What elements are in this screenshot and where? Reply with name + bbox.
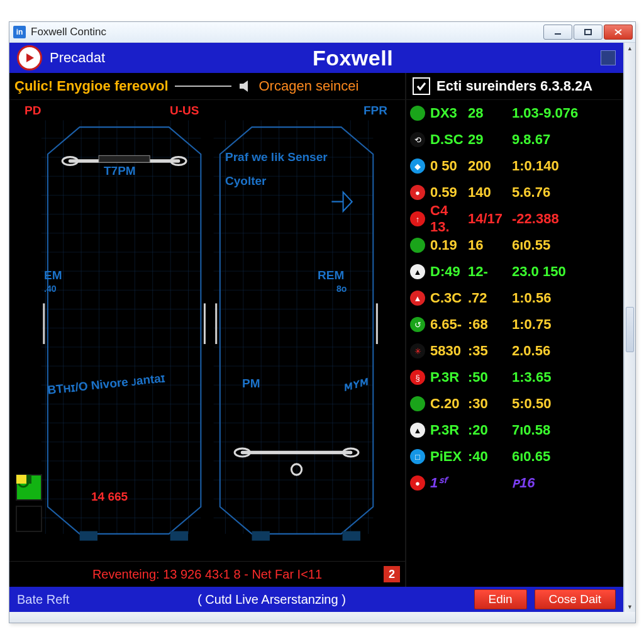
minimize-button[interactable]: [543, 25, 572, 40]
data-row[interactable]: 0.19166ı0.55: [406, 232, 623, 258]
data-row[interactable]: ◆0 502001:0.140: [406, 153, 623, 179]
row-c1: P.3R: [430, 422, 468, 438]
maximize-button[interactable]: [574, 25, 602, 40]
row-icon: ↑: [410, 211, 425, 226]
row-c3: 9.8.67: [512, 131, 619, 148]
svg-rect-24: [343, 531, 360, 541]
status-text: Reventeing: 13 926 43‹1 8 - Net Far I<11: [92, 567, 322, 582]
row-c1: P.3R: [430, 369, 468, 386]
horizontal-scrollbar[interactable]: [9, 612, 635, 623]
row-c3: 1:3.65: [512, 369, 619, 386]
row-c1: C.3C: [430, 290, 468, 306]
row-c2: :50: [468, 369, 512, 386]
row-c2: 29: [468, 131, 512, 148]
row-icon: ⟲: [410, 132, 425, 147]
data-row[interactable]: ●1ˢᶠᴘ16: [406, 470, 623, 496]
label-t7pm: T7PM: [104, 164, 136, 178]
row-c3: 6ı0.65: [512, 448, 619, 465]
row-c2: :30: [468, 396, 512, 412]
row-icon: ▲: [410, 264, 425, 279]
data-row[interactable]: ▲D:4912-23.0 150: [406, 258, 623, 285]
data-row[interactable]: ↑C4 13.14/17-22.388: [406, 206, 623, 232]
row-icon: [410, 238, 425, 253]
data-row[interactable]: DX3281.03-9.076: [406, 100, 623, 126]
svg-rect-7: [42, 120, 201, 534]
side-icon-stack: [16, 474, 42, 532]
svg-rect-26: [16, 475, 26, 484]
data-row[interactable]: ✳5830:352.0.56: [406, 338, 623, 364]
warning-bar: Çulic! Enygioe fereovol Orcagen seincei: [9, 73, 405, 100]
row-icon: ↺: [410, 317, 425, 332]
data-row[interactable]: ↺6.65-:681:0.75: [406, 311, 623, 338]
brand-logo: Foxwell: [105, 46, 601, 70]
row-c1: DX3: [430, 105, 468, 121]
row-c3: 5.6.76: [512, 184, 619, 201]
diagram-canvas[interactable]: PD U-US FPR T7PM Praf we lik Senser Cyol…: [9, 100, 405, 561]
warning-left-text: Çulic! Enygioe fereovol: [14, 78, 169, 94]
row-c3: 23.0 150: [512, 264, 619, 280]
label-pd: PD: [25, 104, 41, 118]
sidebar-list[interactable]: DX3281.03-9.076⟲D.SC299.8.67◆0 502001:0.…: [406, 100, 623, 587]
work-area: Çulic! Enygioe fereovol Orcagen seincei: [9, 73, 623, 587]
row-c2: :35: [468, 343, 512, 359]
row-c2: :68: [468, 316, 512, 333]
data-row[interactable]: C.20:305:0.50: [406, 391, 623, 417]
row-c3: 7ı0.58: [512, 422, 619, 438]
row-c3: ᴘ16: [512, 475, 619, 491]
sidebar-header[interactable]: Ecti sureinders 6.3.8.2A: [406, 73, 623, 100]
row-c1: 6.65-: [430, 316, 468, 333]
data-row[interactable]: □PiEX:406ı0.65: [406, 443, 623, 470]
app-window: in Foxwell Continc: [9, 21, 636, 623]
status-badge: 2: [384, 566, 400, 582]
row-c2: 12-: [468, 264, 512, 280]
row-c1: PiEX: [430, 448, 468, 465]
row-c2: :40: [468, 448, 512, 465]
label-bottom-num: 14 665: [91, 490, 128, 504]
row-icon: ●: [410, 185, 425, 200]
close-button[interactable]: [604, 25, 633, 40]
row-c1: C.20: [430, 396, 468, 412]
label-uus: U-US: [170, 104, 199, 118]
label-em-sub: .40: [44, 284, 56, 294]
status-bar: Reventeing: 13 926 43‹1 8 - Net Far I<11…: [9, 561, 405, 587]
footer-bar: Bate Reft ( Cutd Live Arserstanzing ) Ed…: [9, 587, 623, 612]
scroll-down-icon[interactable]: ▼: [625, 601, 635, 612]
svg-rect-11: [99, 155, 150, 162]
data-row[interactable]: ●0.591405.6.76: [406, 179, 623, 206]
row-icon: □: [410, 449, 425, 464]
row-c2: 16: [468, 237, 512, 253]
row-c2: :20: [468, 422, 512, 438]
vertical-scrollbar[interactable]: ▲ ▼: [624, 43, 635, 612]
play-button[interactable]: [17, 45, 42, 70]
data-row[interactable]: §P.3R:501:3.65: [406, 364, 623, 391]
row-c3: 5:0.50: [512, 396, 619, 412]
divider-line: [175, 84, 231, 88]
row-c1: 0.59: [430, 184, 468, 201]
scroll-up-icon[interactable]: ▲: [625, 43, 635, 53]
row-c2: 140: [468, 184, 512, 201]
data-row[interactable]: ▲C.3C.721:0.56: [406, 285, 623, 311]
row-c1: 0 50: [430, 158, 468, 174]
svg-rect-15: [170, 531, 188, 541]
svg-rect-14: [80, 531, 97, 541]
row-c1: 5830: [430, 343, 468, 359]
close-data-button[interactable]: Cose Dait: [535, 589, 616, 609]
data-row[interactable]: ▲P.3R:207ı0.58: [406, 417, 623, 443]
row-c3: 1:0.140: [512, 158, 619, 174]
row-c3: -22.388: [512, 211, 619, 227]
data-row[interactable]: ⟲D.SC299.8.67: [406, 126, 623, 153]
row-c1: D:49: [430, 264, 468, 280]
row-c3: 2.0.56: [512, 343, 619, 359]
row-icon: ◆: [410, 158, 425, 174]
sidebar-title: Ecti sureinders 6.3.8.2A: [436, 78, 592, 94]
row-icon: §: [410, 370, 425, 385]
speaker-icon: [238, 79, 253, 94]
row-c1: C4 13.: [430, 203, 468, 235]
label-praf: Praf we lik Senser: [225, 150, 328, 164]
row-c3: 1.03-9.076: [512, 105, 619, 121]
edit-button[interactable]: Edin: [474, 589, 527, 609]
battery-icon[interactable]: [16, 506, 42, 532]
scroll-thumb[interactable]: [626, 307, 634, 352]
row-c3: 1:0.56: [512, 290, 619, 306]
row-c1: 1ˢᶠ: [430, 475, 468, 491]
